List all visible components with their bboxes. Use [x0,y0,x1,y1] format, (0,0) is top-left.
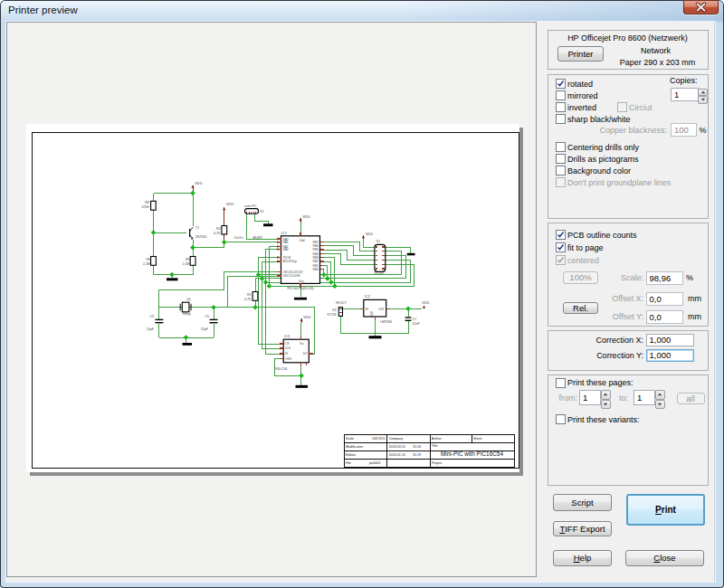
svg-text:X1: X1 [376,240,380,243]
svg-text:IC2: IC2 [365,295,370,299]
svg-text:15:24: 15:24 [413,445,421,449]
svg-text:ORG: ORG [285,357,292,361]
svg-text:Vss: Vss [299,280,304,283]
svg-text:BUSY: BUSY [253,235,263,240]
svg-text:KK100: KK100 [375,271,384,275]
svg-text:Mini-PIC with PIC16C54: Mini-PIC with PIC16C54 [441,450,503,457]
svg-text:VDD: VDD [195,181,203,185]
svg-text:X2: X2 [260,210,263,213]
svg-text:Project: Project [432,461,442,465]
svg-text:R3: R3 [186,258,190,261]
svg-text:Modification: Modification [346,445,363,449]
svg-text:CLK: CLK [285,346,291,350]
svg-text:T0CKI: T0CKI [282,256,291,260]
svg-text:2,2M: 2,2M [143,262,150,266]
svg-text:Author: Author [432,437,442,441]
svg-text:15pF: 15pF [201,327,209,331]
svg-text:R5: R5 [247,293,252,297]
svg-text:Q1: Q1 [186,298,191,301]
svg-text:RB0: RB0 [313,268,319,271]
svg-text:VDD: VDD [303,315,311,319]
svg-text:DuTu: DuTu [234,235,243,240]
svg-text:RA3: RA3 [282,248,288,251]
svg-text:C7: C7 [413,318,417,321]
svg-text:R4: R4 [216,227,221,231]
svg-text:RA1: RA1 [282,241,288,244]
svg-text:Sheet: Sheet [473,437,481,441]
svg-text:Company: Company [389,437,404,441]
svg-text:Title: Title [432,444,438,448]
svg-text:9VOLT: 9VOLT [336,301,347,305]
svg-text:PIC16C54(DL18): PIC16C54(DL18) [287,287,314,290]
svg-text:2016.01.13: 2016.01.13 [389,453,405,457]
svg-text:470K: 470K [141,205,149,209]
svg-text:File: File [346,461,351,465]
svg-text:Vdd: Vdd [300,239,305,242]
svg-text:LM2936: LM2936 [380,320,392,324]
svg-text:IC3: IC3 [284,335,290,338]
svg-text:MCLR/Vpp: MCLR/Vpp [282,260,297,263]
svg-text:OSC2/CLKOUT: OSC2/CLKOUT [282,270,303,274]
svg-text:RB4: RB4 [313,252,319,256]
svg-text:DI: DI [285,352,288,356]
svg-text:C3: C3 [149,315,154,318]
svg-text:VDD: VDD [422,300,430,305]
svg-text:IC1: IC1 [281,232,287,235]
svg-text:DO: DO [303,352,308,356]
svg-text:2N2905: 2N2905 [195,235,207,239]
svg-text:pic0001: pic0001 [369,461,381,465]
svg-text:VDD: VDD [302,214,310,219]
svg-text:93LC56: 93LC56 [275,367,287,371]
svg-text:Scale: Scale [346,437,354,441]
svg-text:R6: R6 [146,258,150,261]
svg-text:VDD: VDD [226,202,234,206]
svg-text:Edition: Edition [346,453,356,457]
svg-text:X3: X3 [332,308,336,312]
svg-text:C5: C5 [205,315,209,318]
svg-text:15:19: 15:19 [413,453,421,457]
svg-text:Vcc: Vcc [300,342,305,346]
svg-text:4,7K: 4,7K [214,232,221,235]
svg-text:2,2M: 2,2M [183,262,190,266]
svg-text:zum PC: zum PC [244,204,257,208]
svg-text:KT703: KT703 [328,313,337,317]
svg-text:VDD: VDD [366,232,374,236]
svg-text:4Meg: 4Meg [183,312,191,316]
svg-text:15pF: 15pF [147,327,155,331]
svg-text:10uF: 10uF [413,322,421,326]
svg-text:OUT: OUT [378,308,385,311]
svg-text:549,55%: 549,55% [372,437,386,441]
svg-text:CS: CS [285,342,289,346]
svg-text:OSC1/CLKIN: OSC1/CLKIN [282,274,300,278]
svg-text:T1: T1 [195,226,199,230]
svg-text:GND: GND [370,310,374,318]
svg-text:4,7K: 4,7K [244,298,252,301]
svg-text:2013.03.15: 2013.03.15 [389,445,405,449]
svg-text:R8: R8 [145,201,149,204]
